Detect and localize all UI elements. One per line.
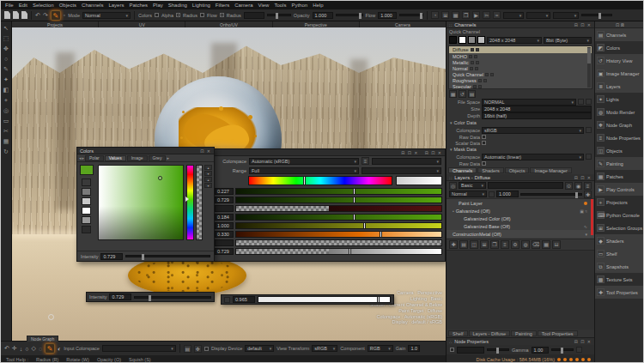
active-paint-tool-icon[interactable]: ✎: [45, 343, 55, 354]
colorspace-extra-dropdown[interactable]: [372, 158, 441, 165]
sphere-shading-icon[interactable]: ◐: [58, 346, 61, 352]
link-icon[interactable]: ≡: [361, 157, 369, 165]
tab-projects[interactable]: Projects: [12, 21, 98, 27]
menu-view[interactable]: View: [258, 3, 270, 8]
display-device-dropdown[interactable]: default: [245, 345, 274, 352]
menu-selection[interactable]: Selection: [33, 3, 54, 8]
light-tool-icon[interactable]: ✦: [2, 76, 10, 84]
range-dropdown[interactable]: Full: [249, 167, 359, 174]
layer-blend-dropdown[interactable]: Normal: [449, 191, 487, 197]
swatch-white[interactable]: [459, 36, 466, 44]
channel-row[interactable]: Normal: [449, 65, 592, 71]
swatch-light[interactable]: [477, 36, 485, 44]
rail-item-colors[interactable]: ◩Colors: [595, 41, 644, 54]
slide-tool-icon[interactable]: ▭: [2, 117, 10, 125]
menu-filters[interactable]: Filters: [216, 3, 229, 8]
b-gradient-slider[interactable]: [235, 214, 442, 221]
intensity-slider[interactable]: [134, 296, 211, 299]
paint-tool-icon[interactable]: ✎: [2, 65, 10, 74]
tab-shaders[interactable]: Shaders: [477, 167, 504, 173]
menu-help[interactable]: Help: [313, 3, 323, 8]
tab-ortho-uv[interactable]: Ortho/UV: [185, 21, 271, 27]
marquee-tool-icon[interactable]: ⬚: [2, 34, 10, 43]
r-gradient-slider[interactable]: [235, 188, 442, 195]
channel-row-selected[interactable]: Diffuse: [449, 46, 592, 53]
srgb-dropdown[interactable]: sRGB: [482, 127, 584, 134]
projection-icon[interactable]: ◔: [431, 11, 439, 19]
hue-strip-handle[interactable]: [185, 197, 189, 202]
gamma-field[interactable]: 1.00: [532, 347, 549, 354]
layer-row-galvanized-base[interactable]: Galvanized Base (Off) ∿: [447, 222, 594, 230]
radius-value-field[interactable]: [244, 12, 264, 19]
add-icon[interactable]: ✚: [584, 191, 592, 198]
tab-scroll-right-icon[interactable]: ▸: [82, 155, 85, 160]
mix-value-field[interactable]: 0.729: [215, 248, 234, 255]
hue-strip[interactable]: [186, 165, 194, 240]
saturation-value-square[interactable]: [98, 165, 184, 240]
menu-shading[interactable]: Shading: [168, 3, 187, 8]
adjust-checkbox[interactable]: [450, 348, 454, 352]
scroll-down-icon[interactable]: ▾: [585, 232, 587, 237]
paint-tool-active-icon[interactable]: ✎: [51, 10, 61, 21]
layer-amount-field[interactable]: 1.000: [496, 191, 519, 197]
menu-camera[interactable]: Camera: [234, 3, 252, 8]
grid-icon[interactable]: ▦: [452, 11, 459, 19]
swatch-mid-gray[interactable]: [82, 216, 91, 224]
alpha-checker-slider[interactable]: [235, 239, 442, 246]
wave-icon[interactable]: ≈: [493, 11, 501, 19]
rail-item-texture-sets[interactable]: ▩Texture Sets: [595, 273, 644, 286]
channel-scrollbar[interactable]: [587, 47, 591, 88]
step-up-icon[interactable]: ▴: [204, 165, 212, 170]
opacity-value-field[interactable]: 1.000: [313, 12, 333, 19]
b-value-field[interactable]: 0.184: [215, 214, 234, 221]
alpha-checkbox[interactable]: [155, 13, 159, 17]
flow-value-field[interactable]: 1.000: [378, 12, 397, 19]
select-tool-icon[interactable]: ↖: [2, 24, 10, 33]
hand-icon[interactable]: ✥: [194, 345, 202, 353]
layer-row-constructionmetal[interactable]: ConstructionMetal (Off) ▾: [447, 230, 594, 238]
tab-perspective[interactable]: Perspective: [273, 21, 359, 27]
radius2-checkbox[interactable]: [220, 13, 224, 17]
v-value-field[interactable]: 0.330: [215, 231, 234, 238]
menu-icon[interactable]: [586, 99, 592, 105]
tab-layers-diffuse[interactable]: Layers - Diffuse: [469, 330, 510, 336]
radius-checkbox[interactable]: [176, 13, 180, 17]
filter-dropdown[interactable]: Basic: [459, 182, 486, 189]
lock-icon[interactable]: [489, 191, 495, 197]
mix-slider[interactable]: [235, 248, 442, 255]
rotate-view-icon[interactable]: ○: [25, 346, 28, 352]
menu-edit[interactable]: Edit: [19, 3, 27, 8]
exposure-slider[interactable]: [487, 348, 509, 351]
undo-view-icon[interactable]: ↶: [4, 345, 9, 352]
snapshot-icon[interactable]: ▤: [184, 345, 191, 353]
settings-icon[interactable]: ⚙: [511, 240, 519, 249]
swatch-white[interactable]: [82, 207, 91, 215]
colorspace-panel-titlebar[interactable]: ⊟ ⊡ ✕ ⊟ ⊡ ✕: [212, 149, 445, 156]
gradient-tool-icon[interactable]: ◧: [2, 86, 10, 94]
tab-shelf[interactable]: Shelf: [448, 330, 468, 336]
mask-icon[interactable]: ∿: [584, 224, 587, 229]
rail-item-patches[interactable]: ▦Patches: [595, 170, 644, 183]
patch-tool-icon[interactable]: ▦: [2, 137, 10, 146]
layer-scrollbar[interactable]: [591, 199, 593, 235]
projector-tool-icon[interactable]: ⌖: [2, 96, 10, 105]
rail-item-history-view[interactable]: ↺History View: [595, 54, 644, 67]
rail-item-shaders[interactable]: ◆Shaders: [595, 234, 644, 247]
group-icon[interactable]: ▣ ≈: [580, 209, 587, 214]
tab-channels[interactable]: Channels: [448, 167, 477, 173]
rail-item-channels[interactable]: ▤Channels: [595, 28, 644, 41]
intensity-field[interactable]: 0.729: [100, 253, 123, 260]
undo-icon[interactable]: ↶: [35, 11, 40, 20]
falloff-dropdown[interactable]: [503, 12, 524, 19]
rail-item-painting[interactable]: ✎Painting: [595, 157, 644, 170]
rail-item-image-manager[interactable]: ▣Image Manager: [595, 67, 644, 80]
menu-objects[interactable]: Objects: [59, 3, 76, 8]
reset-icon[interactable]: [576, 347, 582, 353]
depth-dropdown[interactable]: 8bit (Byte): [544, 37, 592, 44]
tip-dropdown[interactable]: [526, 12, 550, 19]
menu-play[interactable]: Play: [153, 3, 163, 8]
layer-row-galvanized-color[interactable]: Galvanized Color (Off): [447, 215, 594, 222]
tab-image-manager[interactable]: Image Manager: [530, 167, 572, 173]
mask-colorspace-dropdown[interactable]: Automatic (linear): [482, 154, 584, 160]
menu-file[interactable]: File: [5, 3, 14, 8]
